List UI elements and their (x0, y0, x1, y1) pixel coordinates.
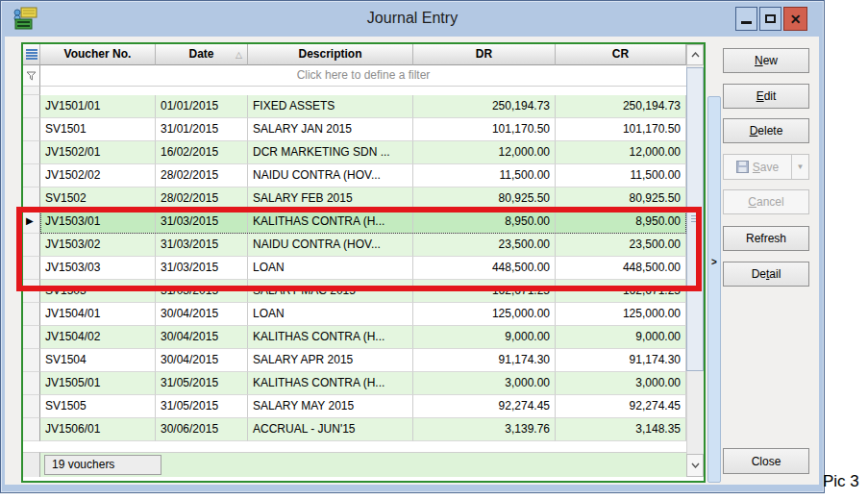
table-row[interactable]: SV150430/04/2015SALARY APR 201591,174.30… (23, 349, 686, 372)
cell-description[interactable]: LOAN (248, 257, 413, 280)
maximize-button[interactable] (759, 7, 781, 31)
row-gutter[interactable]: ▶ (23, 211, 40, 234)
cell-description[interactable]: SALARY APR 2015 (248, 349, 413, 372)
cell-voucher[interactable]: SV1501 (40, 118, 156, 141)
cell-dr[interactable]: 91,174.30 (413, 349, 556, 372)
cell-voucher[interactable]: JV1504/02 (40, 326, 156, 349)
scrollbar-up-button[interactable] (686, 44, 704, 65)
cell-cr[interactable]: 11,500.00 (556, 164, 686, 188)
table-row[interactable]: SV150228/02/2015SALARY FEB 201580,925.50… (23, 188, 686, 211)
cell-description[interactable]: KALITHAS CONTRA (H... (248, 372, 413, 395)
cell-description[interactable]: NAIDU CONTRA (HOV... (248, 234, 413, 257)
cell-voucher[interactable]: JV1506/01 (40, 418, 156, 441)
cell-date[interactable]: 31/03/2015 (156, 211, 248, 234)
cell-dr[interactable]: 23,500.00 (413, 234, 556, 257)
row-gutter[interactable] (23, 372, 40, 395)
cell-description[interactable]: SALARY JAN 2015 (248, 118, 413, 141)
table-row[interactable]: JV1505/0131/05/2015KALITHAS CONTRA (H...… (23, 372, 686, 395)
table-row[interactable]: SV150131/01/2015SALARY JAN 2015101,170.5… (23, 118, 686, 141)
table-row[interactable]: JV1503/0331/03/2015LOAN448,500.00448,500… (23, 257, 686, 280)
table-row[interactable]: SV150331/03/2015SALARY MAC 2015162,671.2… (23, 280, 686, 303)
table-row[interactable]: JV1502/0228/02/2015NAIDU CONTRA (HOV...1… (23, 164, 686, 188)
cell-description[interactable]: NAIDU CONTRA (HOV... (248, 164, 413, 188)
row-gutter[interactable] (23, 349, 40, 372)
cell-description[interactable]: SALARY MAY 2015 (248, 395, 413, 418)
cell-voucher[interactable]: JV1502/02 (40, 164, 156, 188)
cell-date[interactable]: 31/05/2015 (156, 372, 248, 395)
cell-date[interactable]: 30/04/2015 (156, 303, 248, 326)
column-header-date[interactable]: Date△ (156, 44, 248, 65)
scrollbar-down-button[interactable] (686, 454, 704, 477)
row-gutter[interactable] (23, 95, 40, 118)
cell-date[interactable]: 31/05/2015 (156, 395, 248, 418)
cell-voucher[interactable]: JV1503/01 (40, 211, 156, 234)
cell-dr[interactable]: 3,139.76 (413, 418, 556, 441)
cell-description[interactable]: DCR MARKETING SDN ... (248, 141, 413, 164)
filter-hint[interactable]: Click here to define a filter (40, 65, 686, 87)
cell-description[interactable]: SALARY MAC 2015 (248, 280, 413, 303)
cell-description[interactable]: SALARY FEB 2015 (248, 188, 413, 211)
cell-cr[interactable]: 3,000.00 (556, 372, 686, 395)
cell-dr[interactable]: 9,000.00 (413, 326, 556, 349)
cell-cr[interactable]: 91,174.30 (556, 349, 686, 372)
table-row[interactable]: JV1506/0130/06/2015ACCRUAL - JUN'153,139… (23, 418, 686, 441)
cell-date[interactable]: 30/04/2015 (156, 326, 248, 349)
cell-voucher[interactable]: JV1502/01 (40, 141, 156, 164)
cell-cr[interactable]: 23,500.00 (556, 234, 686, 257)
splitter-expand-icon[interactable]: > (708, 257, 720, 267)
cell-voucher[interactable]: JV1503/02 (40, 234, 156, 257)
cell-description[interactable]: LOAN (248, 303, 413, 326)
cell-cr[interactable]: 125,000.00 (556, 303, 686, 326)
detail-button[interactable]: Detail (723, 262, 809, 287)
cell-date[interactable]: 28/02/2015 (156, 164, 248, 188)
table-row[interactable]: ▶JV1503/0131/03/2015KALITHAS CONTRA (H..… (23, 211, 686, 234)
cell-date[interactable]: 30/06/2015 (156, 418, 248, 441)
cell-cr[interactable]: 3,148.35 (556, 418, 686, 441)
cell-voucher[interactable]: SV1505 (40, 395, 156, 418)
cell-cr[interactable]: 80,925.50 (556, 188, 686, 211)
cell-voucher[interactable]: SV1504 (40, 349, 156, 372)
cell-cr[interactable]: 101,170.50 (556, 118, 686, 141)
row-gutter[interactable] (23, 141, 40, 164)
column-header-description[interactable]: Description (248, 44, 413, 65)
cell-cr[interactable]: 92,274.45 (556, 395, 686, 418)
table-row[interactable]: JV1502/0116/02/2015DCR MARKETING SDN ...… (23, 141, 686, 164)
row-gutter[interactable] (23, 303, 40, 326)
table-row[interactable]: JV1504/0130/04/2015LOAN125,000.00125,000… (23, 303, 686, 326)
column-header-dr[interactable]: DR (413, 44, 556, 65)
cell-dr[interactable]: 8,950.00 (413, 211, 556, 234)
row-gutter[interactable] (23, 118, 40, 141)
cell-date[interactable]: 31/03/2015 (156, 234, 248, 257)
save-button[interactable]: Save▼ (723, 154, 809, 180)
cell-voucher[interactable]: SV1503 (40, 280, 156, 303)
table-row[interactable]: JV1504/0230/04/2015KALITHAS CONTRA (H...… (23, 326, 686, 349)
cell-description[interactable]: KALITHAS CONTRA (H... (248, 326, 413, 349)
delete-button[interactable]: Delete (723, 118, 809, 143)
save-dropdown-arrow[interactable]: ▼ (792, 155, 808, 179)
cell-dr[interactable]: 12,000.00 (413, 141, 556, 164)
cell-dr[interactable]: 11,500.00 (413, 164, 556, 188)
cell-dr[interactable]: 3,000.00 (413, 372, 556, 395)
row-gutter[interactable] (23, 395, 40, 418)
cell-voucher[interactable]: JV1504/01 (40, 303, 156, 326)
cell-dr[interactable]: 162,671.25 (413, 280, 556, 303)
row-gutter[interactable] (23, 234, 40, 257)
cell-voucher[interactable]: JV1503/03 (40, 257, 156, 280)
cell-cr[interactable]: 12,000.00 (556, 141, 686, 164)
close-window-button[interactable]: ✕ (783, 7, 807, 31)
cell-date[interactable]: 30/04/2015 (156, 349, 248, 372)
new-button[interactable]: New (723, 48, 809, 73)
cell-cr[interactable]: 162,671.25 (556, 280, 686, 303)
row-gutter[interactable] (23, 326, 40, 349)
column-header-voucher[interactable]: Voucher No. (40, 44, 156, 65)
column-header-cr[interactable]: CR (556, 44, 686, 65)
cell-voucher[interactable]: JV1501/01 (40, 95, 156, 118)
save-button-main[interactable]: Save (724, 155, 792, 179)
cell-dr[interactable]: 448,500.00 (413, 257, 556, 280)
cell-voucher[interactable]: SV1502 (40, 188, 156, 211)
cancel-button[interactable]: Cancel (723, 189, 809, 214)
table-row[interactable]: SV150531/05/2015SALARY MAY 201592,274.45… (23, 395, 686, 418)
cell-dr[interactable]: 250,194.73 (413, 95, 556, 118)
table-row[interactable]: JV1501/0101/01/2015FIXED ASSETS250,194.7… (23, 95, 686, 118)
cell-dr[interactable]: 125,000.00 (413, 303, 556, 326)
